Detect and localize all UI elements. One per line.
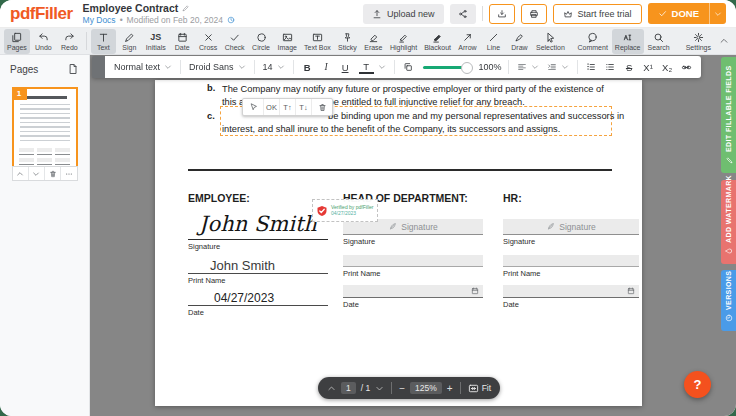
previous-page-button[interactable] xyxy=(327,384,336,393)
delete-text-button[interactable] xyxy=(312,99,332,115)
increase-text-button[interactable]: T↑ xyxy=(280,99,296,115)
tool-selection[interactable]: Selection xyxy=(533,29,568,54)
tool-check[interactable]: Check xyxy=(222,29,248,54)
duplicate-button[interactable] xyxy=(401,59,416,75)
done-dropdown-button[interactable] xyxy=(709,3,726,24)
verified-stamp[interactable]: Verified by pdfFiller 04/27/2023 xyxy=(312,199,378,222)
delete-page-button[interactable] xyxy=(45,167,61,180)
zoom-in-button[interactable]: + xyxy=(447,383,453,394)
tool-erase[interactable]: Erase xyxy=(361,29,386,54)
tool-replace[interactable]: Replace xyxy=(612,29,644,54)
ordered-list-button[interactable] xyxy=(584,59,599,75)
font-size-dropdown[interactable]: 14 xyxy=(261,62,287,72)
start-free-trial-button[interactable]: Start free trial xyxy=(553,4,642,24)
settings-icon xyxy=(693,32,704,43)
tool-text[interactable]: Text xyxy=(91,29,116,54)
next-page-button[interactable] xyxy=(375,384,384,393)
format-toolbar-handle[interactable] xyxy=(92,56,105,78)
toolbar-group-prefs: Settings xyxy=(683,29,714,54)
italic-button[interactable]: I xyxy=(319,59,334,75)
tool-comment[interactable]: Comment xyxy=(574,29,610,54)
page-more-options-button[interactable] xyxy=(61,167,76,180)
hod-print-name-field[interactable] xyxy=(343,255,483,267)
underline-button[interactable]: U xyxy=(338,59,353,75)
tool-arrow[interactable]: Arrow xyxy=(455,29,480,54)
main-toolbar: PagesUndoRedoTextSignJSInitialsDateCross… xyxy=(0,28,736,55)
page-thumbnail[interactable]: 1 xyxy=(12,87,78,181)
blackout-icon xyxy=(432,32,443,43)
zoom-out-button[interactable]: − xyxy=(399,383,405,394)
text-color-dropdown[interactable]: T xyxy=(357,61,388,74)
chevron-down-icon xyxy=(29,170,44,178)
employee-print-name-value[interactable]: John Smith xyxy=(188,258,328,274)
arrow-icon xyxy=(462,32,473,43)
indent-icon xyxy=(547,62,557,72)
section-divider-line xyxy=(188,169,612,171)
share-button[interactable] xyxy=(450,4,476,24)
tool-cross[interactable]: Cross xyxy=(196,29,221,54)
decrease-text-button[interactable]: T↓ xyxy=(296,99,312,115)
hod-date-field[interactable] xyxy=(343,285,483,298)
tool-date[interactable]: Date xyxy=(170,29,195,54)
zoom-level-input[interactable]: 125% xyxy=(410,382,442,394)
download-button[interactable] xyxy=(489,4,515,24)
tool-sign[interactable]: Sign xyxy=(117,29,142,54)
opacity-slider[interactable] xyxy=(423,66,469,69)
date-icon xyxy=(177,32,188,43)
bold-button[interactable]: B xyxy=(300,59,315,75)
indent-dropdown[interactable] xyxy=(545,62,571,72)
move-page-up-button[interactable] xyxy=(13,167,29,180)
bullet-list-button[interactable] xyxy=(603,59,618,75)
move-page-down-button[interactable] xyxy=(29,167,45,180)
align-dropdown[interactable] xyxy=(515,62,541,72)
tool-blackout[interactable]: Blackout xyxy=(421,29,454,54)
history-clock-icon[interactable] xyxy=(227,16,235,24)
tool-redo[interactable]: Redo xyxy=(57,29,82,54)
tab-edit-fillable-fields[interactable]: EDIT FILLABLE FIELDS xyxy=(721,57,736,173)
edit-title-icon[interactable] xyxy=(182,4,190,12)
link-button[interactable] xyxy=(679,59,694,75)
hr-print-name-field[interactable] xyxy=(503,255,639,267)
tab-versions[interactable]: VERSIONS xyxy=(721,270,736,331)
done-button[interactable]: DONE xyxy=(648,3,709,24)
tool-text-box[interactable]: Text Box xyxy=(301,29,334,54)
superscript-button[interactable]: X¹ xyxy=(641,59,656,75)
tool-search[interactable]: Search xyxy=(645,29,673,54)
tool-undo[interactable]: Undo xyxy=(31,29,56,54)
fit-to-width-button[interactable]: Fit xyxy=(468,383,491,394)
paragraph-style-dropdown[interactable]: Normal text xyxy=(112,62,174,72)
move-text-button[interactable] xyxy=(243,99,264,115)
my-docs-link[interactable]: My Docs xyxy=(83,15,116,25)
new-page-icon[interactable] xyxy=(67,63,79,75)
subscript-button[interactable]: X₂ xyxy=(660,59,675,75)
tool-highlight[interactable]: Highlight xyxy=(387,29,420,54)
image-icon xyxy=(282,32,293,43)
employee-signature-value[interactable]: John Smith xyxy=(188,207,328,240)
print-button[interactable] xyxy=(521,4,547,24)
tool-initials[interactable]: JSInitials xyxy=(143,29,169,54)
ok-button[interactable]: OK xyxy=(264,99,280,115)
hr-signature-field[interactable]: Signature xyxy=(503,219,639,234)
page-number-input[interactable]: 1 xyxy=(341,382,356,394)
upload-new-button[interactable]: Upload new xyxy=(363,4,444,24)
help-button[interactable]: ? xyxy=(684,371,711,398)
strikethrough-button[interactable]: S xyxy=(622,59,637,75)
document-page: b. The Company may notify any future or … xyxy=(155,80,642,406)
paragraph-c-line2: interest, and shall inure to the benefit… xyxy=(222,123,560,136)
tool-line[interactable]: Line xyxy=(481,29,506,54)
tool-sticky[interactable]: Sticky xyxy=(335,29,360,54)
align-left-icon xyxy=(517,62,527,72)
tool-circle[interactable]: Circle xyxy=(249,29,274,54)
tool-pages[interactable]: Pages xyxy=(4,29,30,54)
circle-icon xyxy=(256,32,267,43)
tool-image[interactable]: Image xyxy=(275,29,300,54)
tab-add-watermark[interactable]: ADD WATERMARK xyxy=(721,180,736,264)
tool-draw[interactable]: Draw xyxy=(507,29,532,54)
employee-date-value[interactable]: 04/27/2023 xyxy=(188,291,328,306)
font-family-dropdown[interactable]: Droid Sans xyxy=(187,62,248,72)
chevron-down-icon xyxy=(164,63,172,71)
collapse-toolbar-button[interactable] xyxy=(716,33,732,49)
hr-date-field[interactable] xyxy=(503,285,639,298)
more-dots-icon xyxy=(61,170,76,178)
tool-settings[interactable]: Settings xyxy=(683,29,714,54)
